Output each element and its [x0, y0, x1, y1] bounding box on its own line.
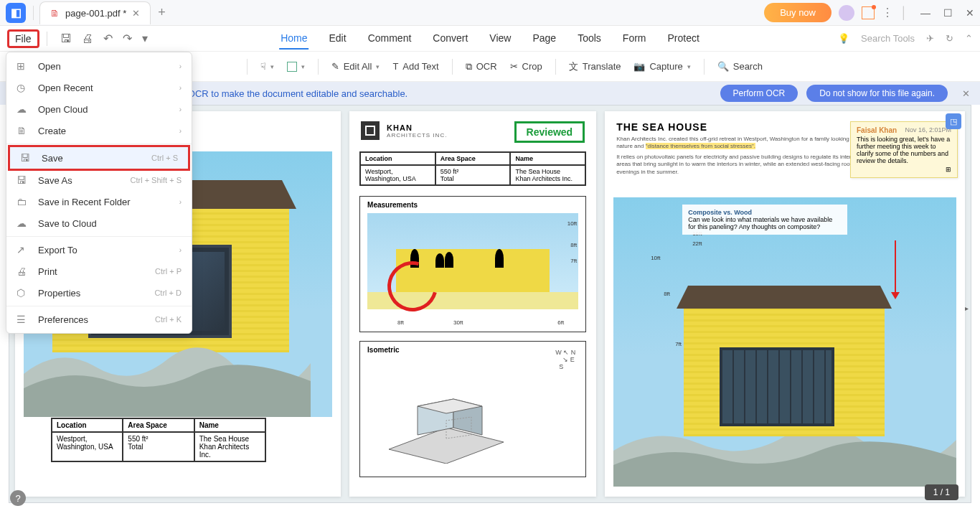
tab-sep [33, 6, 34, 20]
new-tab-button[interactable]: + [158, 5, 166, 20]
menu-export[interactable]: ↗Export To› [6, 239, 192, 261]
plus-icon: ⊞ [17, 60, 29, 72]
person-silhouette [445, 252, 453, 268]
separator [318, 59, 319, 75]
menu-save[interactable]: 🖫SaveCtrl + S [8, 145, 190, 171]
cloud-icon: ☁ [17, 103, 29, 115]
menu-open-cloud[interactable]: ☁Open Cloud› [6, 98, 192, 120]
tab-home[interactable]: Home [279, 28, 308, 50]
separator [555, 59, 556, 75]
tab-protect[interactable]: Protect [666, 28, 701, 50]
save-as-icon: 🖫 [17, 174, 29, 186]
tab-tools[interactable]: Tools [576, 28, 603, 50]
pdf-icon: 🗎 [50, 8, 60, 19]
sync-icon[interactable]: ↻ [946, 33, 953, 44]
file-icon: 🗎 [17, 125, 29, 136]
stamp-tool[interactable]: ☟▾ [260, 61, 274, 72]
help-button[interactable]: ? [10, 490, 26, 506]
comment-body: This is looking great, let's have a furt… [857, 136, 950, 164]
separator [704, 59, 705, 75]
compass: W ↖ N ↘ E S [555, 349, 575, 370]
add-text-button[interactable]: TAdd Text [392, 61, 438, 72]
save-icon: 🖫 [20, 152, 33, 164]
menu-create[interactable]: 🗎Create› [6, 120, 192, 141]
tab-comment[interactable]: Comment [367, 28, 413, 50]
square-icon [287, 62, 297, 72]
edit-all-button[interactable]: ✎Edit All▾ [331, 61, 380, 72]
clock-icon: ◷ [17, 82, 29, 93]
save-icon[interactable]: 🖫 [60, 32, 72, 45]
menu-save-cloud[interactable]: ☁Save to Cloud [6, 212, 192, 234]
page2-info-table: Location Area Space Name Westport, Washi… [359, 151, 586, 186]
more-icon[interactable]: ⋮ [882, 6, 893, 19]
menu-preferences[interactable]: ☰PreferencesCtrl + K [6, 309, 192, 330]
capture-button[interactable]: 📷Capture▾ [633, 61, 690, 72]
divider: │ [900, 6, 908, 19]
menu-open-recent[interactable]: ◷Open Recent› [6, 77, 192, 98]
maximize-button[interactable]: ☐ [943, 7, 953, 19]
khan-logo [361, 121, 380, 140]
print-icon[interactable]: 🖨 [82, 32, 93, 45]
user-avatar[interactable] [839, 5, 854, 21]
isometric-panel: Isometric W ↖ N ↘ E S [359, 341, 586, 477]
shape-tool[interactable]: ▾ [287, 62, 305, 72]
buy-now-button[interactable]: Buy now [764, 3, 831, 22]
tab-page[interactable]: Page [531, 28, 557, 50]
mountains [24, 331, 311, 417]
titlebar: ◧ 🗎 page-001.pdf * ✕ + Buy now ⋮ │ — ☐ ✕ [0, 0, 980, 26]
person-silhouette [495, 249, 504, 268]
translate-button[interactable]: 文Translate [569, 60, 621, 73]
isometric-drawing [374, 363, 518, 464]
print-icon: 🖨 [17, 266, 29, 277]
main-tabs: Home Edit Comment Convert View Page Tool… [279, 28, 701, 50]
comment-more-icon[interactable]: ⊞ [946, 166, 951, 173]
person-silhouette [435, 253, 444, 268]
comment-sticky-note[interactable]: Faisal Khan Nov 16, 2:01PM This is looki… [850, 121, 958, 178]
highlighted-text[interactable]: "distance themselves from social stresse… [646, 143, 755, 149]
app-logo[interactable]: ◧ [6, 3, 26, 23]
collapse-ribbon-icon[interactable]: ⌃ [965, 33, 973, 44]
tab-edit[interactable]: Edit [328, 28, 348, 50]
menu-save-as[interactable]: 🖫Save AsCtrl + Shift + S [6, 169, 192, 191]
notification-icon[interactable] [862, 6, 875, 19]
bulb-icon[interactable]: 💡 [838, 33, 849, 44]
menu-open[interactable]: ⊞Open› [6, 55, 192, 77]
perform-ocr-button[interactable]: Perform OCR [720, 85, 798, 102]
pdf-page-2: KHAN ARCHITECTS INC. Reviewed Location A… [349, 111, 596, 497]
sliders-icon: ☰ [17, 314, 29, 325]
separator [452, 59, 453, 75]
close-tab-icon[interactable]: ✕ [132, 8, 140, 19]
send-icon[interactable]: ✈ [926, 33, 934, 44]
minimize-button[interactable]: — [920, 7, 930, 19]
document-tab[interactable]: 🗎 page-001.pdf * ✕ [39, 1, 151, 24]
close-window-button[interactable]: ✕ [966, 7, 974, 19]
red-arrow-annotation[interactable] [895, 240, 896, 298]
search-button[interactable]: 🔍Search [717, 61, 763, 72]
ocr-button[interactable]: ⧉OCR [466, 61, 497, 72]
file-menu-button[interactable]: File [7, 29, 39, 48]
menu-print[interactable]: 🖨PrintCtrl + P [6, 261, 192, 282]
qat-dropdown-icon[interactable]: ▾ [142, 32, 148, 45]
dismiss-ocr-button[interactable]: Do not show for this file again. [806, 85, 948, 102]
reviewed-stamp[interactable]: Reviewed [514, 121, 585, 143]
search-tools-input[interactable]: Search Tools [861, 33, 915, 44]
tab-convert[interactable]: Convert [431, 28, 469, 50]
callout-annotation[interactable]: Composite vs. Wood Can we look into what… [682, 205, 847, 235]
crop-button[interactable]: ✂Crop [510, 61, 542, 72]
close-banner-icon[interactable]: ✕ [962, 88, 970, 99]
redo-icon[interactable]: ↷ [123, 32, 132, 45]
page1-info-table: Location Area Space Name Westport, Washi… [51, 418, 266, 462]
menu-properties[interactable]: ⬡PropertiesCtrl + D [6, 282, 192, 304]
folder-icon: 🗀 [17, 196, 29, 207]
annotation-badge[interactable]: ◳ [946, 113, 961, 129]
menu-save-recent[interactable]: 🗀Save in Recent Folder› [6, 191, 192, 212]
measurements-panel: Measurements 10ft 8ft 7ft 8ft 30ft 6ft [359, 196, 586, 332]
cloud-up-icon: ☁ [17, 217, 29, 229]
scroll-right-handle[interactable]: ▸ [965, 304, 971, 310]
pdf-page-3: THE SEA HOUSE Khan Architects Inc. creat… [605, 111, 965, 497]
page-counter[interactable]: 1 / 1 [925, 484, 958, 500]
file-menu-dropdown: ⊞Open› ◷Open Recent› ☁Open Cloud› 🗎Creat… [6, 52, 192, 334]
undo-icon[interactable]: ↶ [103, 32, 113, 45]
tab-view[interactable]: View [488, 28, 512, 50]
tab-form[interactable]: Form [621, 28, 648, 50]
